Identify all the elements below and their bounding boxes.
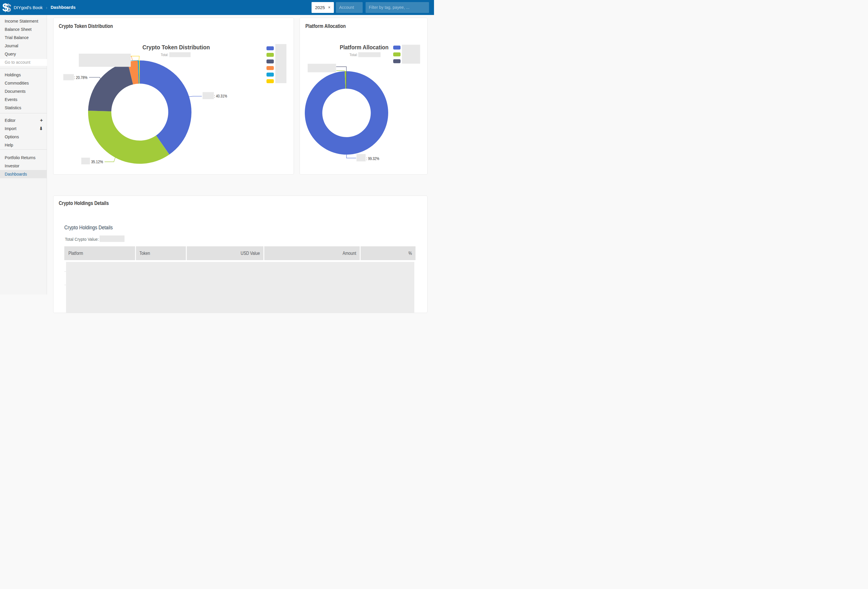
svg-text:35.12%: 35.12% [91, 159, 103, 164]
svg-text:: 99.32%: : 99.32% [366, 156, 379, 161]
svg-text:: 40.31%: : 40.31% [214, 94, 227, 98]
svg-text:Platform Allocation: Platform Allocation [340, 44, 388, 50]
svg-text:Total:: Total: [161, 53, 168, 57]
svg-text:$: $ [2, 1, 8, 13]
svg-text:Crypto Token Distribution: Crypto Token Distribution [142, 44, 210, 50]
svg-text:: 20.78%: : 20.78% [74, 75, 87, 80]
svg-text:Total:: Total: [350, 53, 358, 57]
